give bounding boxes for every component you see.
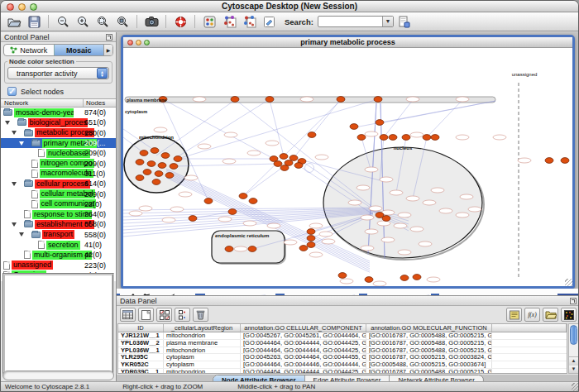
- zoom-fit-button[interactable]: [93, 14, 112, 30]
- tree-row[interactable]: establishment of lo558(0): [1, 219, 116, 229]
- table-cell[interactable]: mitochondrion: [164, 369, 241, 374]
- table-cell[interactable]: [GO:0005488, GO:0005215, GO:0003674]: [366, 361, 492, 368]
- table-row[interactable]: YPL036W__1mitochondrion[GO:0044464, GO:0…: [118, 347, 567, 355]
- network-node-label[interactable]: [340, 279, 353, 284]
- network-node-label[interactable]: [193, 97, 206, 102]
- network-node-label[interactable]: [319, 232, 333, 237]
- network-node[interactable]: [228, 209, 237, 215]
- network-node[interactable]: [431, 135, 439, 141]
- table-column-header[interactable]: annotation.GO MOLECULAR_FUNCTION: [366, 324, 492, 332]
- network-node-label[interactable]: [162, 218, 175, 222]
- network-node[interactable]: [413, 275, 421, 280]
- tree-row[interactable]: transport558(0): [1, 230, 116, 240]
- table-cell[interactable]: cytoplasm: [164, 361, 241, 368]
- table-cell[interactable]: mitochondrion: [164, 347, 241, 354]
- table-cell[interactable]: [GO:0016787, GO:0005488, GO:0005215, G..…: [366, 369, 492, 374]
- formula-builder-button[interactable]: f(x): [524, 308, 540, 322]
- network-node-label[interactable]: [394, 223, 407, 228]
- network-node[interactable]: [294, 163, 303, 169]
- tree-expand-icon[interactable]: [19, 141, 31, 146]
- network-node-label[interactable]: [456, 135, 469, 140]
- table-column-header[interactable]: _cellularLayoutRegion: [164, 324, 241, 332]
- help-button[interactable]: [171, 14, 189, 30]
- matrix-view-button[interactable]: [561, 308, 577, 322]
- float-panel-icon[interactable]: [106, 34, 112, 41]
- tree-row[interactable]: mosaic-demo-yeast874(0): [1, 108, 116, 117]
- network-node-label[interactable]: [427, 277, 440, 282]
- table-cell[interactable]: [GO:0044464, GO:0044444, GO:0044425, G..…: [241, 369, 366, 374]
- snapshot-camera-button[interactable]: [142, 14, 160, 30]
- tab-network[interactable]: Network: [4, 45, 54, 55]
- region-nucleus[interactable]: [323, 147, 482, 258]
- network-node[interactable]: [389, 135, 397, 141]
- network-node-label[interactable]: [365, 167, 378, 172]
- network-node[interactable]: [274, 161, 282, 167]
- tabs-overflow-arrow[interactable]: ▶: [103, 45, 112, 55]
- network-view-window[interactable]: primary metabolic process plasma membran…: [121, 35, 575, 289]
- network-node[interactable]: [249, 198, 257, 204]
- network-node-label[interactable]: [460, 194, 473, 199]
- self-loop-edge[interactable]: [305, 164, 314, 173]
- network-node[interactable]: [239, 194, 247, 199]
- attribute-list-button[interactable]: [506, 308, 522, 322]
- network-edge[interactable]: [427, 100, 462, 137]
- network-node[interactable]: [165, 173, 174, 179]
- network-node-label[interactable]: [170, 207, 184, 212]
- network-node[interactable]: [402, 135, 410, 141]
- table-cell[interactable]: [GO:0016787, GO:0005488, GO:0005215, G..…: [366, 332, 492, 339]
- network-node[interactable]: [299, 246, 308, 251]
- network-node-label[interactable]: [266, 141, 279, 146]
- vizmapper-button[interactable]: [200, 14, 218, 30]
- network-node[interactable]: [545, 158, 553, 164]
- table-cell[interactable]: [GO:0016787, GO:0005488, GO:0005215, G..…: [366, 340, 492, 347]
- network-node-label[interactable]: [284, 240, 297, 245]
- table-cell[interactable]: YPL036W__1: [118, 347, 164, 354]
- close-button[interactable]: [7, 3, 14, 11]
- network-node-label[interactable]: [154, 127, 167, 132]
- scrollbar-thumb[interactable]: [570, 325, 577, 345]
- network-node[interactable]: [248, 246, 256, 252]
- delete-attribute-button[interactable]: [193, 308, 208, 322]
- network-node[interactable]: [225, 246, 233, 252]
- network-node[interactable]: [561, 158, 569, 164]
- network-node[interactable]: [290, 155, 298, 161]
- tree-column-nodes[interactable]: Nodes: [84, 99, 116, 107]
- table-cell[interactable]: YPL036W__2: [118, 340, 164, 347]
- table-cell[interactable]: YJR121W__1: [118, 332, 164, 339]
- network-node-label[interactable]: [365, 131, 378, 136]
- search-input[interactable]: ▼: [318, 16, 394, 27]
- network-window-titlebar[interactable]: primary metabolic process: [123, 37, 572, 48]
- minimize-button[interactable]: [18, 3, 26, 11]
- network-node[interactable]: [158, 163, 166, 169]
- network-canvas[interactable]: plasma membranecytoplasmmitochondrionnuc…: [123, 48, 572, 286]
- network-node-label[interactable]: [398, 250, 411, 255]
- network-node[interactable]: [307, 242, 315, 248]
- tree-row[interactable]: cellular metabol209(0): [1, 189, 116, 198]
- network-node[interactable]: [161, 153, 170, 159]
- network-node[interactable]: [337, 97, 345, 103]
- network-node[interactable]: [400, 275, 409, 281]
- attribute-table-button[interactable]: [120, 308, 136, 322]
- network-node[interactable]: [140, 151, 148, 156]
- network-node-label[interactable]: [139, 206, 152, 211]
- network-node-label[interactable]: [179, 192, 192, 197]
- tree-row[interactable]: nucleobase-209(0): [1, 148, 116, 158]
- network-node-label[interactable]: [198, 144, 211, 149]
- new-attribute-button[interactable]: [138, 308, 154, 322]
- network-node-label[interactable]: [267, 223, 280, 228]
- tree-expand-icon[interactable]: [12, 182, 24, 186]
- table-row[interactable]: YLR295Ccytoplasm[GO:0045263, GO:0044464,…: [118, 354, 567, 361]
- tree-row[interactable]: cell communicat22(0): [1, 199, 116, 209]
- save-session-button[interactable]: [25, 14, 43, 30]
- network-node[interactable]: [204, 198, 213, 204]
- network-node[interactable]: [155, 171, 163, 177]
- network-node[interactable]: [136, 175, 144, 181]
- network-node-label[interactable]: [223, 159, 236, 164]
- search-dropdown-icon[interactable]: ▼: [382, 17, 393, 26]
- table-row[interactable]: YDR039C__1mitochondrion[GO:0044464, GO:0…: [118, 369, 567, 374]
- network-node-label[interactable]: [468, 207, 481, 212]
- network-node-label[interactable]: [234, 246, 247, 251]
- network-node[interactable]: [308, 132, 316, 138]
- annotation-button[interactable]: [260, 14, 278, 30]
- network-node-label[interactable]: [129, 211, 142, 216]
